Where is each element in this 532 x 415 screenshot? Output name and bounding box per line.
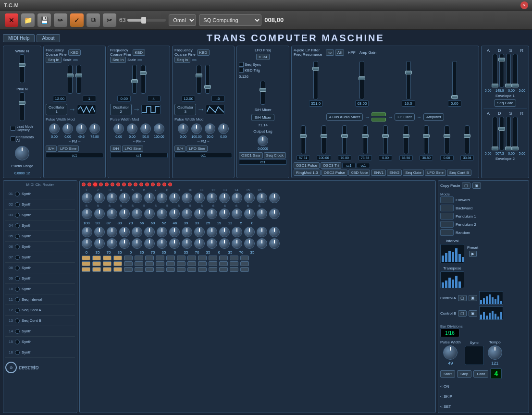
seq-knob-r1-s12[interactable] <box>219 193 230 203</box>
seq-btn-r2-s12[interactable] <box>198 261 207 266</box>
lfo-clock-btn[interactable]: Seq Clock <box>264 152 286 159</box>
filter-mod-fader6[interactable] <box>404 125 408 154</box>
output-lag-knob[interactable] <box>258 135 268 146</box>
seq-btn-r1-s1[interactable] <box>82 256 90 260</box>
lfo-osc1-btn[interactable]: OSC1 Saw <box>239 152 263 159</box>
lfo-freq-fader[interactable] <box>260 81 265 105</box>
osc3-fine-fader[interactable] <box>205 65 210 94</box>
osc1-sh-btn[interactable]: S/H <box>46 146 57 152</box>
seq-btn-r2-s10[interactable] <box>177 261 186 266</box>
filter-mod-fader3[interactable] <box>342 125 347 154</box>
osc3-coarse-fader[interactable] <box>197 65 201 94</box>
seq-knob-b2-s14[interactable] <box>244 238 255 249</box>
env2-s-fader[interactable] <box>506 117 511 150</box>
ch-radio-14[interactable] <box>15 329 20 334</box>
seq-knob-r1-s11[interactable] <box>207 193 217 203</box>
seq-knob-b1-s10[interactable] <box>194 227 205 237</box>
pbend-knob[interactable] <box>15 146 29 160</box>
seq-knob-r2-s2[interactable] <box>94 208 105 219</box>
osc3-knob1[interactable] <box>178 123 188 134</box>
seq-knob-b2-s16[interactable] <box>269 238 280 249</box>
osc1-seq-btn[interactable]: Seq In <box>46 57 62 63</box>
ch-radio-10[interactable] <box>15 287 20 292</box>
mode-radio-4[interactable] <box>440 229 454 236</box>
seq-knob-r1-s10[interactable] <box>194 193 205 203</box>
cut-button[interactable]: ✂ <box>103 13 116 27</box>
mode-radio-2[interactable] <box>440 213 454 220</box>
preset-btn[interactable]: ▶ <box>469 251 477 257</box>
seq-btn-r1-s9[interactable] <box>166 256 175 260</box>
white-noise-fader[interactable] <box>20 54 25 83</box>
osc3-lfo-btn[interactable]: LFO Sine <box>186 146 208 152</box>
seq-btn-r2-s1[interactable] <box>82 261 90 266</box>
filter-mod-fader5[interactable] <box>383 125 388 154</box>
seq-knob-r2-s8[interactable] <box>169 208 180 219</box>
filter-mod-fader8[interactable] <box>445 125 449 154</box>
osc1-lfo-btn[interactable]: LFO Sine <box>58 146 79 152</box>
filter-all-btn[interactable]: All <box>335 49 344 56</box>
osc3-knob4[interactable] <box>218 123 229 134</box>
pw-knob[interactable] <box>443 345 458 360</box>
seq-knob-b2-s1[interactable] <box>82 238 92 249</box>
seq-knob-b2-s5[interactable] <box>132 238 142 249</box>
filter-mod-fader1[interactable] <box>301 125 306 154</box>
seq-knob-b2-s13[interactable] <box>232 238 242 249</box>
seq-knob-b1-s13[interactable] <box>232 227 242 237</box>
seq-knob-b1-s7[interactable] <box>157 227 167 237</box>
seq-knob-b1-s3[interactable] <box>107 227 117 237</box>
about-tab[interactable]: About <box>37 34 60 42</box>
seq-btn-r2-s5[interactable] <box>124 261 133 266</box>
osc1-coarse-fader[interactable] <box>68 65 73 94</box>
filter-mod-fader4[interactable] <box>363 125 368 154</box>
seq-btn-r1-s2[interactable] <box>92 256 101 260</box>
env2-d-fader[interactable] <box>499 117 504 150</box>
seq-btn-r1-s11[interactable] <box>187 256 196 260</box>
seq-knob-b2-s7[interactable] <box>157 238 167 249</box>
seq-knob-b1-s14[interactable] <box>244 227 255 237</box>
seq-knob-b1-s16[interactable] <box>269 227 280 237</box>
seq-btn-r1-s15[interactable] <box>230 256 238 260</box>
seq-sync-cb[interactable] <box>239 62 244 67</box>
save-button[interactable]: 💾 <box>37 13 51 27</box>
seq-btn-r3-s10[interactable] <box>177 267 186 272</box>
kbd-trig-cb[interactable] <box>239 68 244 73</box>
seq-btn-r2-s3[interactable] <box>103 261 111 266</box>
osc1-fm-knob1[interactable] <box>62 123 73 134</box>
env1-r-fader[interactable] <box>513 54 518 87</box>
osc3-sh-btn[interactable]: S/H <box>174 146 186 152</box>
seq-knob-r2-s10[interactable] <box>194 208 205 219</box>
seq-knob-b2-s10[interactable] <box>194 238 205 249</box>
seq-knob-b2-s4[interactable] <box>119 238 130 249</box>
ch-radio-15[interactable] <box>15 340 20 344</box>
osc3-kbd-btn[interactable]: KBD <box>197 49 210 56</box>
seq-knob-b1-s1[interactable] <box>82 227 92 237</box>
seq-knob-r1-s14[interactable] <box>244 193 255 203</box>
open-button[interactable]: 📁 <box>21 13 35 27</box>
ringmod-btn[interactable]: RingMod 1-3 <box>294 170 321 176</box>
env1-d-fader[interactable] <box>499 54 504 87</box>
ch-radio-08[interactable] <box>15 266 20 270</box>
cont-btn[interactable]: Cont <box>473 370 488 378</box>
seq-knob-r1-s5[interactable] <box>132 193 142 203</box>
osc1-fm-knob2[interactable] <box>76 123 87 134</box>
seq-btn-r3-s4[interactable] <box>113 267 122 272</box>
seq-btn-r2-s16[interactable] <box>240 261 249 266</box>
lfo-mult-btn[interactable]: × 1/4 <box>256 54 270 60</box>
seq-knob-r1-s9[interactable] <box>182 193 192 203</box>
seq-btn-r3-s14[interactable] <box>219 267 228 272</box>
seq-btn-r3-s7[interactable] <box>145 267 154 272</box>
check-button[interactable]: ✓ <box>70 13 84 27</box>
seq-gate-btn[interactable]: Seq Gate <box>403 170 424 176</box>
filter-osc3t-btn[interactable]: OSC3 Tri <box>321 162 341 169</box>
seq-knob-b2-s2[interactable] <box>94 238 105 249</box>
seq-knob-r2-s5[interactable] <box>132 208 142 219</box>
osc2-kbd-btn[interactable]: KBD <box>133 49 145 56</box>
seq-btn-r3-s15[interactable] <box>230 267 238 272</box>
seq-btn-r1-s10[interactable] <box>177 256 186 260</box>
seq-btn-r1-s6[interactable] <box>135 256 143 260</box>
seq-btn-r2-s4[interactable] <box>113 261 122 266</box>
seq-btn-r2-s15[interactable] <box>230 261 238 266</box>
seq-knob-r1-s15[interactable] <box>257 193 267 203</box>
ch-radio-07[interactable] <box>15 255 20 260</box>
lead-mode-checkbox[interactable] <box>11 126 15 131</box>
